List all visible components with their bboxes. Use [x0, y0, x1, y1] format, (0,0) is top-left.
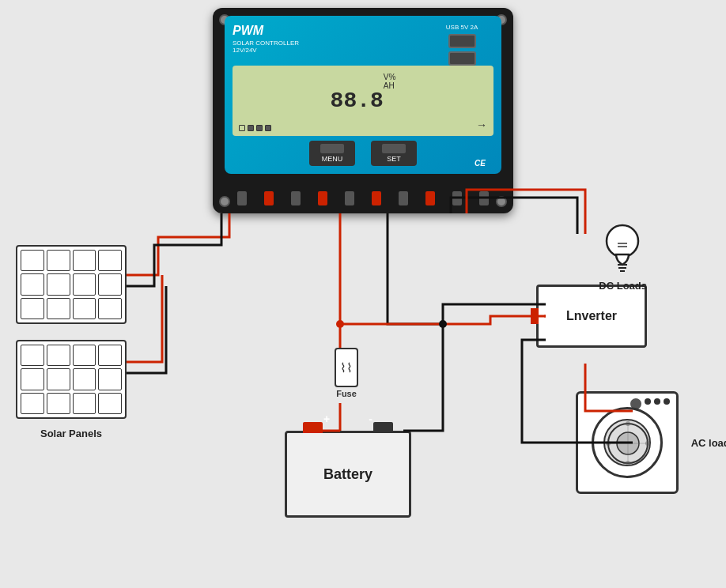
- svg-point-11: [645, 441, 650, 446]
- terminal-5: [345, 191, 354, 205]
- panel-cell: [47, 250, 70, 271]
- svg-point-17: [439, 320, 447, 328]
- solar-panels-label: Solar Panels: [40, 428, 102, 439]
- washer-body: AC loads: [576, 391, 679, 494]
- controller-face: PWM SOLAR CONTROLLER 12V/24V USB 5V 2A 8…: [225, 16, 501, 174]
- panel-cell: [73, 345, 96, 366]
- panel-cell: [98, 368, 122, 390]
- washer-dot-3: [664, 398, 670, 405]
- set-button[interactable]: SET: [371, 141, 417, 166]
- lcd-digits: 88.8: [331, 89, 384, 113]
- panel-cell: [21, 250, 44, 271]
- panel-grid-1: [17, 247, 125, 322]
- ce-mark: CE: [475, 159, 486, 168]
- panel-cell: [21, 393, 44, 414]
- fuse-label: Fuse: [331, 389, 362, 398]
- screw-br: [496, 196, 507, 207]
- fuse-body: ⌇⌇: [335, 348, 358, 387]
- panel-cell: [73, 250, 96, 271]
- solar-label: SOLAR CONTROLLER 12V/24V: [233, 40, 299, 54]
- panel-cell: [98, 273, 122, 295]
- menu-button-label: MENU: [322, 155, 343, 163]
- svg-point-10: [606, 441, 611, 446]
- panel-cell: [21, 345, 44, 366]
- battery-terminal-positive: +: [303, 422, 323, 433]
- usb-port-1[interactable]: [448, 34, 476, 48]
- panel-cell: [47, 298, 70, 319]
- fuse-symbol: ⌇⌇: [340, 360, 353, 375]
- panel-cell: [73, 273, 96, 295]
- terminal-1: [237, 191, 247, 205]
- panel-cell: [47, 345, 70, 366]
- terminal-8-red: [425, 191, 435, 205]
- panel-cell: [98, 345, 122, 366]
- panel-cell: [21, 368, 44, 390]
- menu-button[interactable]: MENU: [309, 141, 355, 166]
- usb-ports: [448, 34, 476, 66]
- panel-cell: [47, 368, 70, 390]
- washer-dot-1: [645, 398, 651, 405]
- lcd-display: 88.8 V% AH →: [233, 66, 493, 136]
- solar-panel-1: [16, 245, 127, 324]
- ac-loads: AC loads: [576, 391, 679, 494]
- panel-cell: [21, 298, 44, 319]
- drum-pattern: [605, 420, 651, 466]
- lcd-units: V% AH: [384, 73, 396, 90]
- set-button-label: SET: [387, 155, 401, 163]
- fuse: ⌇⌇ Fuse: [331, 348, 362, 403]
- panel-cell: [98, 298, 122, 319]
- usb-port-2[interactable]: [448, 51, 476, 66]
- inverter-terminal: [531, 308, 539, 324]
- washer-dot-2: [654, 398, 660, 405]
- battery-label: Battery: [323, 466, 372, 483]
- washer-drum: [592, 407, 663, 478]
- pwm-label: PWM: [233, 24, 299, 38]
- panel-cell: [98, 250, 122, 271]
- solar-panel-2: Solar Panels: [16, 340, 127, 419]
- solar-controller: PWM SOLAR CONTROLLER 12V/24V USB 5V 2A 8…: [213, 8, 513, 213]
- terminal-10: [479, 191, 489, 205]
- panel-cell: [98, 393, 122, 414]
- dc-loads-label: DC Loads: [599, 280, 647, 292]
- battery-pos-symbol: +: [323, 413, 330, 425]
- svg-point-16: [336, 320, 344, 328]
- terminal-6-red: [372, 191, 381, 205]
- panel-cell: [73, 298, 96, 319]
- terminal-9: [452, 191, 462, 205]
- panel-cell: [21, 273, 44, 295]
- battery-neg-symbol: -: [369, 413, 372, 425]
- terminal-4-red: [318, 191, 327, 205]
- panel-cell: [73, 368, 96, 390]
- usb-label: USB 5V 2A: [446, 24, 478, 31]
- terminal-7: [399, 191, 408, 205]
- inverter: Lnverter: [536, 285, 663, 364]
- battery: + - Battery: [285, 419, 419, 522]
- washer-inner-drum: [603, 419, 651, 466]
- inverter-label: Lnverter: [566, 309, 617, 323]
- panel-grid-2: [17, 341, 125, 417]
- controller-buttons: MENU SET: [233, 141, 493, 166]
- terminal-3: [291, 191, 301, 205]
- ac-loads-label: AC loads: [691, 437, 726, 449]
- panel-cell: [47, 393, 70, 414]
- terminals: [229, 191, 497, 205]
- panel-cell: [73, 393, 96, 414]
- terminal-2-red: [264, 191, 274, 205]
- usb-section: USB 5V 2A: [430, 24, 493, 66]
- inverter-body: Lnverter: [536, 285, 647, 348]
- set-button-icon: [382, 144, 406, 153]
- menu-button-icon: [320, 144, 344, 153]
- panel-cell: [47, 273, 70, 295]
- battery-body: + - Battery: [285, 431, 411, 518]
- svg-point-8: [626, 421, 630, 426]
- bulb-icon: [599, 221, 646, 277]
- svg-point-9: [626, 461, 630, 466]
- battery-terminal-negative: -: [373, 422, 393, 433]
- dc-loads: DC Loads: [599, 221, 647, 292]
- svg-point-0: [607, 225, 638, 257]
